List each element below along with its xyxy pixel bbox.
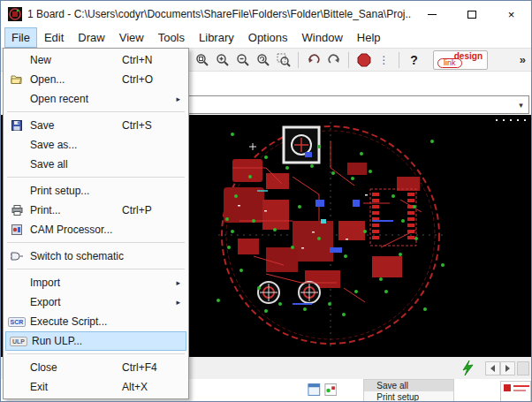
menu-item-close[interactable]: Close Ctrl+F4 <box>4 358 188 377</box>
menu-item-new[interactable]: New Ctrl+N <box>4 50 188 70</box>
redo-icon <box>327 53 341 67</box>
logo-bar <box>513 385 529 387</box>
submenu-arrow-icon: ▸ <box>176 95 180 103</box>
zoom-in-icon <box>216 53 230 67</box>
printer-icon <box>4 205 30 216</box>
window-thumbnail-icon[interactable] <box>308 383 321 397</box>
design-link-oval-label: link <box>437 58 462 68</box>
script-icon: SCR <box>4 317 30 327</box>
drc-check-button[interactable] <box>459 360 476 377</box>
redo-button[interactable] <box>323 50 344 70</box>
file-dropdown-menu: New Ctrl+N Open... Ctrl+O Open recent ▸ … <box>3 48 189 399</box>
design-link-button[interactable]: design link <box>433 50 488 70</box>
combo-dropdown-button[interactable]: ▾ <box>513 96 528 113</box>
stop-icon <box>357 53 371 67</box>
menu-item-run-ulp[interactable]: ULP Run ULP... <box>5 331 186 351</box>
background-menu-item[interactable]: Print setup <box>364 391 453 402</box>
schematic-icon <box>4 252 30 261</box>
open-folder-icon <box>4 74 30 85</box>
ulp-icon: ULP <box>5 337 32 346</box>
zoom-fit-icon <box>195 53 209 67</box>
menu-file[interactable]: File <box>4 27 37 48</box>
toolbar-overflow-chevron[interactable]: » <box>520 53 526 66</box>
zoom-out-icon <box>236 53 250 67</box>
zoom-redraw-icon <box>256 53 270 67</box>
lightning-icon <box>462 360 474 376</box>
menu-item-save-all[interactable]: Save all <box>4 155 188 174</box>
background-menu-panel: Save all Print setup <box>363 379 454 402</box>
dots-icon: ⋮ <box>379 54 390 66</box>
menu-item-save-as[interactable]: Save as... <box>4 135 188 155</box>
logo-dot <box>504 384 511 391</box>
menu-separator <box>7 242 185 243</box>
minimize-button[interactable] <box>412 1 452 27</box>
menu-window[interactable]: Window <box>295 27 350 48</box>
menu-item-open-recent[interactable]: Open recent ▸ <box>4 89 188 109</box>
menu-item-print-setup[interactable]: Print setup... <box>4 181 188 201</box>
menu-separator <box>7 353 185 354</box>
pcb-logo-card <box>500 381 531 402</box>
menu-view[interactable]: View <box>112 27 151 48</box>
maximize-button[interactable] <box>452 1 491 27</box>
save-disk-icon <box>4 120 30 131</box>
toolbar-separator <box>348 52 349 68</box>
help-button[interactable]: ? <box>404 50 424 70</box>
menu-separator <box>7 269 185 269</box>
menu-draw[interactable]: Draw <box>71 27 111 48</box>
scroll-right-icon <box>505 365 510 372</box>
menu-library[interactable]: Library <box>192 27 241 48</box>
scroll-right-button[interactable] <box>500 361 515 375</box>
zoom-redraw-button[interactable] <box>253 50 273 70</box>
toolbar-more-button[interactable]: ⋮ <box>374 50 394 70</box>
cam-processor-icon <box>4 224 30 235</box>
menu-item-save[interactable]: Save Ctrl+S <box>4 116 188 135</box>
menu-separator <box>7 177 185 178</box>
menu-tools[interactable]: Tools <box>151 27 192 48</box>
submenu-arrow-icon: ▸ <box>176 278 180 287</box>
window-title: 1 Board - C:\Users\codyr\Documents\Share… <box>27 8 412 20</box>
app-window: 1 Board - C:\Users\codyr\Documents\Share… <box>0 0 532 402</box>
menu-item-open[interactable]: Open... Ctrl+O <box>4 70 188 89</box>
minimize-icon <box>428 14 437 15</box>
scrollbar-corner <box>517 361 529 375</box>
scroll-left-button[interactable] <box>485 361 500 375</box>
menu-item-cam-processor[interactable]: CAM Processor... <box>4 220 188 239</box>
maximize-icon <box>467 11 476 19</box>
stop-button[interactable] <box>353 50 374 70</box>
background-window-fragment: Save all Print setup <box>306 379 531 402</box>
undo-button[interactable] <box>303 50 323 70</box>
background-menu-item[interactable]: Save all <box>364 380 453 391</box>
chevron-down-icon: ▾ <box>519 101 523 110</box>
zoom-fit-button[interactable] <box>192 50 212 70</box>
close-icon: × <box>508 8 515 21</box>
toolbar-separator <box>298 52 299 68</box>
help-icon: ? <box>410 53 418 67</box>
zoom-in-button[interactable] <box>212 50 232 70</box>
menu-edit[interactable]: Edit <box>37 27 71 48</box>
menu-item-exit[interactable]: Exit Alt+X <box>4 377 188 397</box>
zoom-out-button[interactable] <box>232 50 253 70</box>
toolbar-separator <box>399 52 399 68</box>
menu-item-execute-script[interactable]: SCR Execute Script... <box>4 312 188 331</box>
logo-bar <box>513 390 526 391</box>
menu-options[interactable]: Options <box>241 27 295 48</box>
titlebar: 1 Board - C:\Users\codyr\Documents\Share… <box>1 1 531 27</box>
menubar: File Edit Draw View Tools Library Option… <box>1 27 531 48</box>
menu-item-export[interactable]: Export ▸ <box>4 292 188 312</box>
close-button[interactable]: × <box>491 1 531 27</box>
menu-item-switch-to-schematic[interactable]: Switch to schematic <box>4 247 188 266</box>
undo-icon <box>307 53 321 67</box>
zoom-select-button[interactable] <box>273 50 293 70</box>
app-icon <box>8 7 22 21</box>
submenu-arrow-icon: ▸ <box>176 298 180 307</box>
window-controls: × <box>412 1 531 27</box>
zoom-select-icon <box>277 53 291 67</box>
menu-item-import[interactable]: Import ▸ <box>4 273 188 292</box>
menu-separator <box>7 111 185 112</box>
menu-help[interactable]: Help <box>350 27 388 48</box>
board-thumbnail-icon[interactable] <box>324 383 338 397</box>
scroll-left-icon <box>490 365 495 372</box>
menu-item-print[interactable]: Print... Ctrl+P <box>4 201 188 220</box>
